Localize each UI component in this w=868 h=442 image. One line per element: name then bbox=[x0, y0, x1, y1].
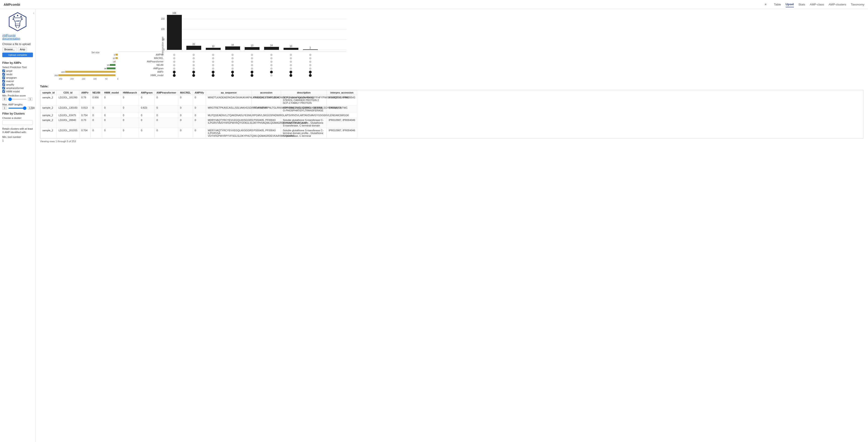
table-row: sample_2LDJJOL_1813900.780.956000000MIND… bbox=[40, 95, 357, 105]
svg-point-58 bbox=[290, 61, 292, 63]
max-amp-slider[interactable] bbox=[8, 108, 27, 108]
col-amplify: AMPlify bbox=[193, 90, 206, 95]
tool-amptransformer[interactable]: amptransformer bbox=[2, 87, 33, 89]
tool-neubi[interactable]: neubi bbox=[2, 73, 33, 76]
cell-sample_id: sample_2 bbox=[40, 118, 57, 128]
svg-text:10: 10 bbox=[113, 57, 115, 59]
tool-hmmmodel[interactable]: HMM model bbox=[2, 90, 33, 93]
cell-interpro_accession: IPR003033, IPR039543 bbox=[327, 95, 357, 105]
svg-point-105 bbox=[251, 71, 253, 73]
nav-taxonomy[interactable]: Taxonomy bbox=[851, 2, 864, 7]
svg-text:combi: combi bbox=[16, 23, 20, 25]
min-score-label: Min. Prediction score bbox=[2, 94, 33, 97]
svg-point-48 bbox=[251, 57, 253, 59]
cell-ampgram: 0 bbox=[139, 118, 154, 128]
nav-stats[interactable]: Stats bbox=[799, 2, 805, 7]
filter-cluster-title: Filter by Clusters bbox=[2, 112, 33, 115]
col-hmmsearch: HMMsearch bbox=[121, 90, 139, 95]
nav-ampclusters[interactable]: AMP-clusters bbox=[829, 2, 846, 7]
cell-description: CDP-DIACYLGLYCEROL--SERINE O-PHOSPHATIDY… bbox=[281, 105, 327, 113]
svg-point-7 bbox=[12, 19, 13, 20]
svg-text:HMM_model: HMM_model bbox=[151, 74, 163, 76]
svg-point-103 bbox=[231, 74, 234, 77]
cell-macrel: 0 bbox=[178, 113, 193, 118]
nav-table[interactable]: Table bbox=[774, 2, 781, 7]
upload-button[interactable]: Upload complete bbox=[2, 53, 33, 57]
cell-neubi: 0.956 bbox=[91, 95, 102, 105]
table-row: sample_2LDJJOL_634750.7540000000MLPQGEAE… bbox=[40, 113, 357, 118]
cell-amplify: 0 bbox=[193, 113, 206, 118]
topbar: AMPcombi ☀ Table Upset Stats AMP-class A… bbox=[0, 0, 868, 9]
bar-2 bbox=[206, 48, 221, 50]
svg-point-55 bbox=[231, 61, 234, 63]
browse-button[interactable]: Browse... bbox=[2, 47, 17, 52]
cell-sample_id: sample_2 bbox=[40, 105, 57, 113]
svg-point-112 bbox=[309, 71, 312, 73]
svg-point-36 bbox=[173, 54, 175, 56]
cell-neubi: 0 bbox=[91, 128, 102, 138]
cell-macrel: 0 bbox=[178, 95, 193, 105]
svg-point-38 bbox=[212, 54, 214, 56]
svg-point-41 bbox=[270, 54, 273, 56]
svg-text:168: 168 bbox=[173, 12, 176, 14]
svg-text:0: 0 bbox=[163, 49, 165, 51]
cell-ampir: 0.704 bbox=[79, 128, 91, 138]
table-row: sample_2LDJJOL_288400.730000000MDRYVAQTY… bbox=[40, 118, 357, 128]
cell-sample_id: sample_2 bbox=[40, 128, 57, 138]
retain-label: Retain clusters with at least X AMP iden… bbox=[2, 127, 33, 134]
svg-text:AMP: AMP bbox=[15, 20, 20, 22]
bar-4 bbox=[245, 47, 259, 50]
svg-point-42 bbox=[290, 54, 292, 56]
cell-description: Soluble glutathione S-transferase C-term… bbox=[281, 128, 327, 138]
svg-text:200: 200 bbox=[70, 78, 74, 80]
tool-macrel[interactable]: macrel bbox=[2, 80, 33, 83]
svg-text:150: 150 bbox=[82, 78, 85, 80]
tool-ampir[interactable]: ampir bbox=[2, 69, 33, 72]
col-ampir: AMPir bbox=[79, 90, 91, 95]
cell-amplify: 0 bbox=[193, 95, 206, 105]
cluster-input[interactable] bbox=[2, 120, 33, 125]
cell-ampir: 0.73 bbox=[79, 118, 91, 128]
svg-point-73 bbox=[270, 67, 273, 70]
min-tool-val: 1 bbox=[2, 139, 33, 142]
cell-ampgram: 0 bbox=[139, 113, 154, 118]
svg-text:250: 250 bbox=[59, 78, 62, 80]
svg-rect-125 bbox=[107, 67, 116, 69]
svg-text:AMPir: AMPir bbox=[157, 71, 164, 73]
tool-amplify[interactable]: amplify bbox=[2, 83, 33, 86]
svg-text:0: 0 bbox=[114, 54, 115, 56]
svg-point-51 bbox=[309, 57, 311, 59]
data-table-wrapper[interactable]: sample_id CDS_id AMPir NEUBI HMM_model H… bbox=[40, 90, 863, 138]
svg-text:20: 20 bbox=[192, 43, 195, 45]
nav-ampclass[interactable]: AMP-class bbox=[810, 2, 824, 7]
svg-rect-123 bbox=[115, 61, 116, 62]
doc-link[interactable]: AMPcombi documentation bbox=[2, 34, 33, 40]
cell-macrel: 0 bbox=[178, 128, 193, 138]
svg-text:AMPlify: AMPlify bbox=[156, 54, 163, 56]
cell-amplify: 0 bbox=[193, 105, 206, 113]
settings-icon[interactable]: ☀ bbox=[764, 2, 767, 7]
min-score-slider[interactable] bbox=[8, 99, 27, 100]
svg-text:13: 13 bbox=[251, 44, 253, 47]
tool-ampgram[interactable]: ampgram bbox=[2, 76, 33, 79]
cell-amptransformer: 0 bbox=[155, 95, 178, 105]
cell-amplify: 0 bbox=[193, 128, 206, 138]
svg-point-93 bbox=[173, 71, 176, 73]
nav-upset[interactable]: Upset bbox=[786, 2, 794, 7]
cell-cds_id: LDJJOL_130160 bbox=[57, 105, 79, 113]
cell-cds_id: LDJJOL_28840 bbox=[57, 118, 79, 128]
min-score-max: 1 bbox=[28, 97, 32, 101]
choose-cluster-label: Choose a cluster: bbox=[2, 117, 33, 119]
svg-point-75 bbox=[309, 67, 311, 70]
col-cds-id: CDS_id bbox=[57, 90, 79, 95]
table-heading: Table: bbox=[40, 85, 863, 88]
svg-point-74 bbox=[290, 67, 292, 70]
cell-hmm_model: 0 bbox=[102, 118, 121, 128]
svg-point-43 bbox=[309, 54, 311, 56]
sidebar-collapse-btn[interactable]: ‹ bbox=[33, 11, 34, 15]
amp-button[interactable]: Amp bbox=[18, 47, 27, 52]
col-accession: accession bbox=[251, 90, 281, 95]
cell-amptransformer: 0 bbox=[155, 128, 178, 138]
cell-hmmsearch: 0 bbox=[121, 128, 139, 138]
cell-hmm_model: 0 bbox=[102, 105, 121, 113]
